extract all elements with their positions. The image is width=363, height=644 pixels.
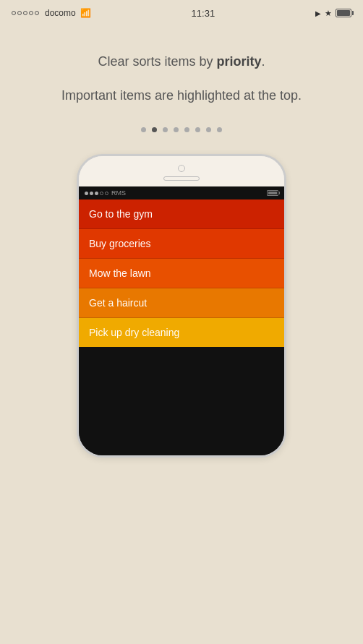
signal-dot-5 (35, 11, 39, 15)
phone-battery-fill (268, 192, 277, 194)
page-dot-4[interactable] (184, 127, 189, 132)
phone-speaker (163, 176, 200, 181)
phone-screen: RMS Go to the gym Buy groceries Mow the … (79, 186, 284, 455)
carrier-name: docomo (45, 8, 76, 18)
task-item-1[interactable]: Buy groceries (79, 229, 284, 259)
description-line1: Clear sorts items by priority. (98, 52, 265, 72)
phone-bottom-area (79, 347, 284, 455)
signal-dot-4 (29, 11, 33, 15)
phone-mockup: RMS Go to the gym Buy groceries Mow the … (77, 154, 286, 458)
status-left: docomo 📶 (12, 8, 91, 18)
status-right: ▶ ★ (315, 9, 351, 18)
page-dot-7[interactable] (217, 127, 222, 132)
task-item-3[interactable]: Get a haircut (79, 288, 284, 318)
phone-status-bar: RMS (79, 186, 284, 199)
phone-camera (178, 165, 185, 172)
phone-dot-2 (90, 192, 93, 195)
status-bar: docomo 📶 11:31 ▶ ★ (0, 0, 363, 23)
page-dot-6[interactable] (206, 127, 211, 132)
signal-dots (12, 11, 39, 15)
page-dot-5[interactable] (195, 127, 200, 132)
page-dot-1[interactable] (152, 127, 157, 132)
bluetooth-icon: ★ (325, 9, 332, 18)
phone-signal-area: RMS (85, 189, 126, 197)
task-label-3: Get a haircut (89, 297, 147, 309)
page-dots (141, 127, 222, 132)
time-display: 11:31 (192, 8, 215, 19)
task-item-2[interactable]: Mow the lawn (79, 259, 284, 288)
phone-status-dots (85, 192, 108, 195)
description-line2: Important items are highlighted at the t… (61, 86, 302, 106)
phone-status-right (267, 190, 278, 196)
task-item-4[interactable]: Pick up dry cleaning (79, 318, 284, 347)
phone-battery (267, 190, 278, 196)
page-dot-2[interactable] (163, 127, 168, 132)
signal-dot-1 (12, 11, 16, 15)
battery-icon (336, 9, 351, 17)
page-dot-3[interactable] (174, 127, 179, 132)
signal-dot-2 (17, 11, 22, 15)
phone-dot-4 (100, 192, 103, 195)
signal-dot-3 (23, 11, 27, 15)
location-icon: ▶ (315, 9, 321, 17)
main-content: Clear sorts items by priority. Important… (0, 23, 363, 458)
task-label-4: Pick up dry cleaning (89, 327, 179, 338)
phone-dot-1 (85, 192, 88, 195)
task-label-2: Mow the lawn (89, 267, 151, 279)
task-item-0[interactable]: Go to the gym (79, 199, 284, 229)
phone-carrier: RMS (111, 189, 126, 197)
phone-dot-5 (105, 192, 108, 195)
task-label-0: Go to the gym (89, 208, 153, 220)
task-label-1: Buy groceries (89, 238, 151, 249)
battery-fill (337, 10, 350, 16)
wifi-icon: 📶 (80, 8, 91, 18)
page-dot-0[interactable] (141, 127, 146, 132)
phone-dot-3 (95, 192, 98, 195)
phone-top-area (79, 156, 284, 186)
priority-bold: priority (217, 54, 262, 69)
